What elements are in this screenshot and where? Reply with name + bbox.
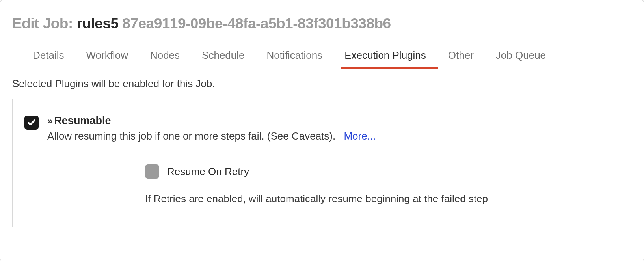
tab-details[interactable]: Details (33, 49, 64, 69)
tab-other[interactable]: Other (448, 49, 474, 69)
resume-on-retry-checkbox[interactable] (145, 164, 159, 179)
page-title: Edit Job: rules5 87ea9119-09be-48fa-a5b1… (12, 15, 632, 32)
job-name: rules5 (77, 15, 119, 32)
plugin-description-row: Allow resuming this job if one or more s… (47, 130, 632, 142)
tab-schedule[interactable]: Schedule (202, 49, 244, 69)
divider (13, 227, 644, 227)
resumable-checkbox[interactable] (24, 116, 39, 130)
sub-option-row: Resume On Retry (145, 164, 632, 179)
job-uuid: 87ea9119-09be-48fa-a5b1-83f301b338b6 (119, 15, 391, 32)
double-chevron-icon: » (47, 116, 51, 127)
tab-notifications[interactable]: Notifications (267, 49, 323, 69)
plugin-content: » Resumable Allow resuming this job if o… (47, 115, 632, 142)
tabs-nav: Details Workflow Nodes Schedule Notifica… (0, 40, 644, 69)
plugin-resumable-row: » Resumable Allow resuming this job if o… (13, 115, 644, 142)
tab-job-queue[interactable]: Job Queue (496, 49, 546, 69)
plugin-title: Resumable (54, 115, 111, 127)
sub-option-block: Resume On Retry If Retries are enabled, … (145, 164, 644, 227)
tab-nodes[interactable]: Nodes (150, 49, 180, 69)
more-link[interactable]: More... (344, 130, 376, 142)
check-icon (27, 118, 36, 127)
page-header: Edit Job: rules5 87ea9119-09be-48fa-a5b1… (0, 0, 644, 40)
tab-subtitle: Selected Plugins will be enabled for thi… (0, 69, 644, 99)
title-prefix: Edit Job: (12, 15, 77, 32)
tab-execution-plugins[interactable]: Execution Plugins (344, 49, 426, 69)
plugins-panel: » Resumable Allow resuming this job if o… (12, 99, 644, 227)
sub-option-label: Resume On Retry (167, 166, 249, 178)
plugin-description: Allow resuming this job if one or more s… (47, 130, 335, 142)
tab-workflow[interactable]: Workflow (86, 49, 128, 69)
sub-option-description: If Retries are enabled, will automatical… (145, 193, 632, 205)
page-container: Edit Job: rules5 87ea9119-09be-48fa-a5b1… (0, 0, 644, 261)
plugin-title-row: » Resumable (47, 115, 632, 127)
